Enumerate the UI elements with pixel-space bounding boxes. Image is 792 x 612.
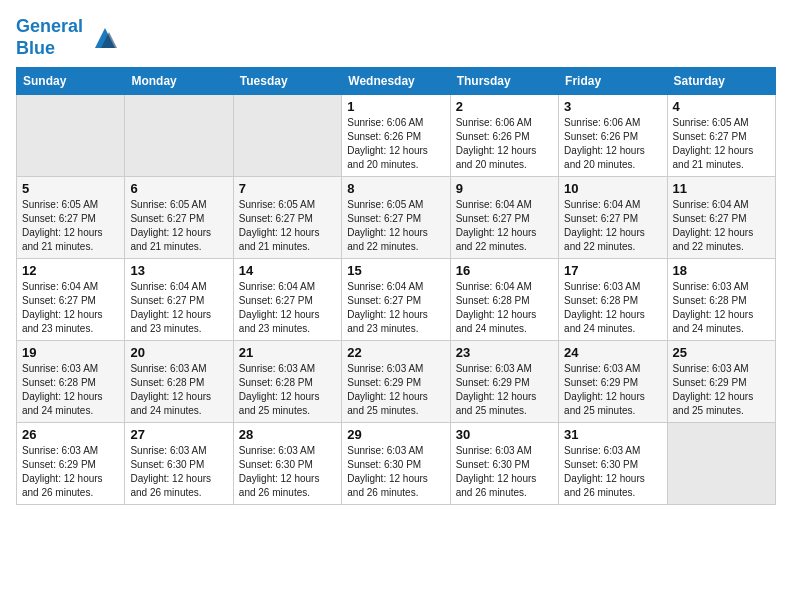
day-number: 10	[564, 181, 661, 196]
calendar-week-row: 26Sunrise: 6:03 AMSunset: 6:29 PMDayligh…	[17, 423, 776, 505]
calendar-cell: 17Sunrise: 6:03 AMSunset: 6:28 PMDayligh…	[559, 259, 667, 341]
day-info: Sunrise: 6:04 AMSunset: 6:27 PMDaylight:…	[456, 198, 553, 254]
calendar-cell: 2Sunrise: 6:06 AMSunset: 6:26 PMDaylight…	[450, 95, 558, 177]
calendar-cell: 19Sunrise: 6:03 AMSunset: 6:28 PMDayligh…	[17, 341, 125, 423]
calendar-cell: 31Sunrise: 6:03 AMSunset: 6:30 PMDayligh…	[559, 423, 667, 505]
calendar-cell: 9Sunrise: 6:04 AMSunset: 6:27 PMDaylight…	[450, 177, 558, 259]
day-number: 3	[564, 99, 661, 114]
day-number: 15	[347, 263, 444, 278]
day-number: 1	[347, 99, 444, 114]
calendar-table: SundayMondayTuesdayWednesdayThursdayFrid…	[16, 67, 776, 505]
logo: GeneralBlue	[16, 16, 119, 59]
day-number: 23	[456, 345, 553, 360]
day-number: 19	[22, 345, 119, 360]
day-info: Sunrise: 6:03 AMSunset: 6:30 PMDaylight:…	[239, 444, 336, 500]
day-number: 31	[564, 427, 661, 442]
day-number: 5	[22, 181, 119, 196]
day-info: Sunrise: 6:04 AMSunset: 6:27 PMDaylight:…	[130, 280, 227, 336]
day-info: Sunrise: 6:04 AMSunset: 6:27 PMDaylight:…	[564, 198, 661, 254]
day-number: 27	[130, 427, 227, 442]
day-info: Sunrise: 6:04 AMSunset: 6:28 PMDaylight:…	[456, 280, 553, 336]
day-info: Sunrise: 6:04 AMSunset: 6:27 PMDaylight:…	[239, 280, 336, 336]
calendar-week-row: 19Sunrise: 6:03 AMSunset: 6:28 PMDayligh…	[17, 341, 776, 423]
calendar-cell: 15Sunrise: 6:04 AMSunset: 6:27 PMDayligh…	[342, 259, 450, 341]
calendar-cell: 4Sunrise: 6:05 AMSunset: 6:27 PMDaylight…	[667, 95, 775, 177]
day-info: Sunrise: 6:04 AMSunset: 6:27 PMDaylight:…	[347, 280, 444, 336]
weekday-header-thursday: Thursday	[450, 68, 558, 95]
day-number: 24	[564, 345, 661, 360]
calendar-cell: 20Sunrise: 6:03 AMSunset: 6:28 PMDayligh…	[125, 341, 233, 423]
day-number: 6	[130, 181, 227, 196]
day-number: 20	[130, 345, 227, 360]
day-number: 25	[673, 345, 770, 360]
weekday-header-monday: Monday	[125, 68, 233, 95]
day-number: 22	[347, 345, 444, 360]
day-number: 17	[564, 263, 661, 278]
day-info: Sunrise: 6:04 AMSunset: 6:27 PMDaylight:…	[673, 198, 770, 254]
calendar-cell: 18Sunrise: 6:03 AMSunset: 6:28 PMDayligh…	[667, 259, 775, 341]
day-info: Sunrise: 6:03 AMSunset: 6:29 PMDaylight:…	[22, 444, 119, 500]
calendar-cell: 21Sunrise: 6:03 AMSunset: 6:28 PMDayligh…	[233, 341, 341, 423]
calendar-cell: 26Sunrise: 6:03 AMSunset: 6:29 PMDayligh…	[17, 423, 125, 505]
calendar-cell: 3Sunrise: 6:06 AMSunset: 6:26 PMDaylight…	[559, 95, 667, 177]
calendar-cell	[233, 95, 341, 177]
day-info: Sunrise: 6:06 AMSunset: 6:26 PMDaylight:…	[347, 116, 444, 172]
calendar-cell: 16Sunrise: 6:04 AMSunset: 6:28 PMDayligh…	[450, 259, 558, 341]
day-info: Sunrise: 6:03 AMSunset: 6:28 PMDaylight:…	[239, 362, 336, 418]
day-info: Sunrise: 6:06 AMSunset: 6:26 PMDaylight:…	[456, 116, 553, 172]
day-info: Sunrise: 6:03 AMSunset: 6:28 PMDaylight:…	[22, 362, 119, 418]
day-number: 14	[239, 263, 336, 278]
day-info: Sunrise: 6:05 AMSunset: 6:27 PMDaylight:…	[347, 198, 444, 254]
day-info: Sunrise: 6:03 AMSunset: 6:30 PMDaylight:…	[130, 444, 227, 500]
calendar-cell: 6Sunrise: 6:05 AMSunset: 6:27 PMDaylight…	[125, 177, 233, 259]
weekday-header-friday: Friday	[559, 68, 667, 95]
day-info: Sunrise: 6:05 AMSunset: 6:27 PMDaylight:…	[673, 116, 770, 172]
day-number: 30	[456, 427, 553, 442]
day-info: Sunrise: 6:03 AMSunset: 6:28 PMDaylight:…	[673, 280, 770, 336]
day-number: 7	[239, 181, 336, 196]
page-header: GeneralBlue	[16, 16, 776, 59]
calendar-cell: 14Sunrise: 6:04 AMSunset: 6:27 PMDayligh…	[233, 259, 341, 341]
day-info: Sunrise: 6:05 AMSunset: 6:27 PMDaylight:…	[22, 198, 119, 254]
day-number: 8	[347, 181, 444, 196]
calendar-cell: 22Sunrise: 6:03 AMSunset: 6:29 PMDayligh…	[342, 341, 450, 423]
calendar-cell: 8Sunrise: 6:05 AMSunset: 6:27 PMDaylight…	[342, 177, 450, 259]
weekday-header-row: SundayMondayTuesdayWednesdayThursdayFrid…	[17, 68, 776, 95]
calendar-cell: 1Sunrise: 6:06 AMSunset: 6:26 PMDaylight…	[342, 95, 450, 177]
day-number: 12	[22, 263, 119, 278]
day-number: 9	[456, 181, 553, 196]
calendar-cell: 11Sunrise: 6:04 AMSunset: 6:27 PMDayligh…	[667, 177, 775, 259]
calendar-week-row: 1Sunrise: 6:06 AMSunset: 6:26 PMDaylight…	[17, 95, 776, 177]
day-info: Sunrise: 6:03 AMSunset: 6:30 PMDaylight:…	[456, 444, 553, 500]
calendar-cell: 30Sunrise: 6:03 AMSunset: 6:30 PMDayligh…	[450, 423, 558, 505]
day-info: Sunrise: 6:03 AMSunset: 6:30 PMDaylight:…	[347, 444, 444, 500]
calendar-cell: 25Sunrise: 6:03 AMSunset: 6:29 PMDayligh…	[667, 341, 775, 423]
calendar-cell: 5Sunrise: 6:05 AMSunset: 6:27 PMDaylight…	[17, 177, 125, 259]
day-number: 28	[239, 427, 336, 442]
day-number: 4	[673, 99, 770, 114]
day-info: Sunrise: 6:04 AMSunset: 6:27 PMDaylight:…	[22, 280, 119, 336]
calendar-cell: 24Sunrise: 6:03 AMSunset: 6:29 PMDayligh…	[559, 341, 667, 423]
logo-icon	[87, 24, 119, 52]
calendar-cell: 13Sunrise: 6:04 AMSunset: 6:27 PMDayligh…	[125, 259, 233, 341]
calendar-cell	[125, 95, 233, 177]
calendar-cell	[667, 423, 775, 505]
day-number: 29	[347, 427, 444, 442]
day-info: Sunrise: 6:03 AMSunset: 6:29 PMDaylight:…	[456, 362, 553, 418]
calendar-cell: 7Sunrise: 6:05 AMSunset: 6:27 PMDaylight…	[233, 177, 341, 259]
day-info: Sunrise: 6:03 AMSunset: 6:29 PMDaylight:…	[564, 362, 661, 418]
day-info: Sunrise: 6:03 AMSunset: 6:29 PMDaylight:…	[347, 362, 444, 418]
calendar-cell: 28Sunrise: 6:03 AMSunset: 6:30 PMDayligh…	[233, 423, 341, 505]
weekday-header-tuesday: Tuesday	[233, 68, 341, 95]
day-info: Sunrise: 6:05 AMSunset: 6:27 PMDaylight:…	[130, 198, 227, 254]
calendar-cell: 10Sunrise: 6:04 AMSunset: 6:27 PMDayligh…	[559, 177, 667, 259]
day-info: Sunrise: 6:03 AMSunset: 6:29 PMDaylight:…	[673, 362, 770, 418]
day-number: 21	[239, 345, 336, 360]
calendar-cell	[17, 95, 125, 177]
day-number: 11	[673, 181, 770, 196]
weekday-header-saturday: Saturday	[667, 68, 775, 95]
calendar-cell: 23Sunrise: 6:03 AMSunset: 6:29 PMDayligh…	[450, 341, 558, 423]
day-info: Sunrise: 6:06 AMSunset: 6:26 PMDaylight:…	[564, 116, 661, 172]
calendar-cell: 12Sunrise: 6:04 AMSunset: 6:27 PMDayligh…	[17, 259, 125, 341]
logo-text: GeneralBlue	[16, 16, 83, 59]
